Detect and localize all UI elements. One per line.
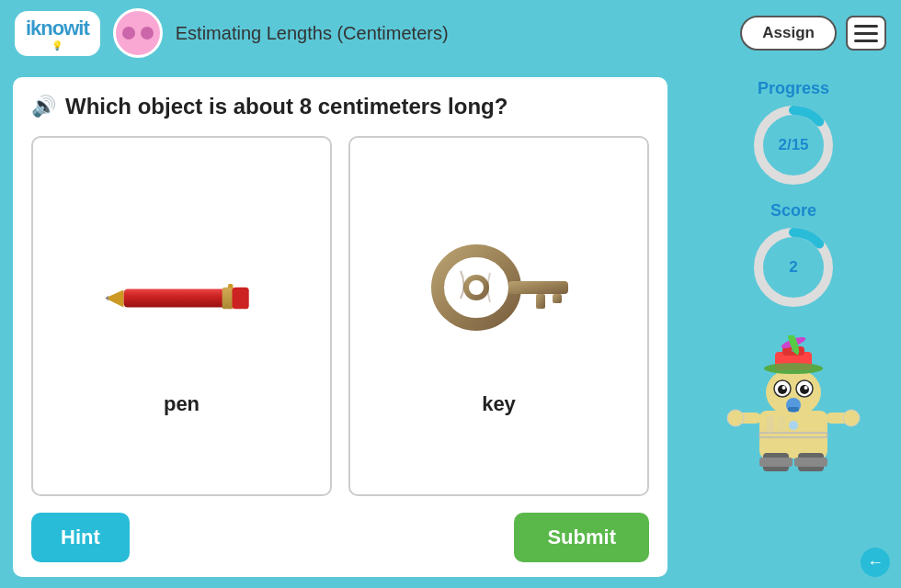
progress-value: 2/15 xyxy=(778,136,808,154)
svg-rect-10 xyxy=(508,281,568,294)
svg-rect-1 xyxy=(123,289,232,308)
svg-marker-6 xyxy=(105,296,108,300)
robot-svg xyxy=(724,335,862,487)
choice-pen[interactable]: pen xyxy=(31,136,332,496)
key-label: key xyxy=(482,392,516,416)
svg-rect-42 xyxy=(759,433,827,437)
svg-rect-11 xyxy=(536,294,545,309)
avatar-dots xyxy=(122,27,154,40)
pen-label: pen xyxy=(164,392,200,416)
score-circle: 2 xyxy=(752,226,835,309)
answer-choices: pen xyxy=(31,136,649,496)
progress-circle: 2/15 xyxy=(752,104,835,187)
nav-back-button[interactable]: ← xyxy=(861,548,890,577)
svg-rect-26 xyxy=(788,407,799,412)
hamburger-line-2 xyxy=(854,32,878,35)
key-illustration xyxy=(416,225,582,372)
pen-image-container xyxy=(90,216,274,381)
right-panel: Progress 2/15 Score xyxy=(697,75,890,579)
svg-point-21 xyxy=(778,385,787,394)
score-section: Score 2 xyxy=(752,201,835,309)
logo: iknowit 💡 xyxy=(15,11,100,56)
svg-rect-4 xyxy=(232,288,248,310)
svg-point-22 xyxy=(800,385,809,394)
avatar xyxy=(113,8,163,58)
svg-point-9 xyxy=(469,280,484,295)
svg-rect-12 xyxy=(553,294,562,303)
logo-bulb: 💡 xyxy=(51,40,63,51)
hint-button[interactable]: Hint xyxy=(31,513,130,562)
hamburger-line-1 xyxy=(854,25,878,28)
assign-button[interactable]: Assign xyxy=(740,16,837,51)
svg-rect-40 xyxy=(759,458,793,467)
header-actions: Assign xyxy=(740,16,886,51)
submit-button[interactable]: Submit xyxy=(514,513,649,562)
question-panel: 🔊 Which object is about 8 centimeters lo… xyxy=(11,75,669,579)
svg-point-36 xyxy=(727,410,744,426)
svg-point-30 xyxy=(764,363,823,374)
menu-button[interactable] xyxy=(846,16,886,51)
hamburger-line-3 xyxy=(854,40,878,42)
logo-text: iknowit xyxy=(26,17,89,40)
svg-rect-45 xyxy=(778,416,785,433)
avatar-dot-1 xyxy=(122,27,135,40)
key-image-container xyxy=(407,216,591,381)
bottom-bar: Hint Submit xyxy=(31,513,649,562)
svg-rect-2 xyxy=(222,288,232,310)
svg-point-24 xyxy=(804,386,808,390)
svg-point-43 xyxy=(789,421,798,430)
pen-illustration xyxy=(95,276,269,322)
score-value: 2 xyxy=(789,258,797,277)
sound-icon[interactable]: 🔊 xyxy=(31,95,56,119)
avatar-dot-2 xyxy=(141,27,154,40)
progress-section: Progress 2/15 xyxy=(752,79,835,187)
progress-title: Progress xyxy=(758,79,829,98)
svg-point-37 xyxy=(843,410,860,426)
header: iknowit 💡 Estimating Lengths (Centimeter… xyxy=(0,0,901,66)
question-area: 🔊 Which object is about 8 centimeters lo… xyxy=(31,94,649,119)
page-title: Estimating Lengths (Centimeters) xyxy=(176,23,728,44)
svg-point-23 xyxy=(782,386,786,390)
question-text: Which object is about 8 centimeters long… xyxy=(65,94,508,119)
score-title: Score xyxy=(770,201,816,220)
mascot xyxy=(720,333,867,489)
panel-divider xyxy=(682,75,684,579)
nav-back-icon: ← xyxy=(867,553,884,572)
main-content: 🔊 Which object is about 8 centimeters lo… xyxy=(0,66,901,588)
svg-rect-41 xyxy=(794,458,827,467)
choice-key[interactable]: key xyxy=(348,136,649,496)
svg-rect-44 xyxy=(767,416,774,433)
